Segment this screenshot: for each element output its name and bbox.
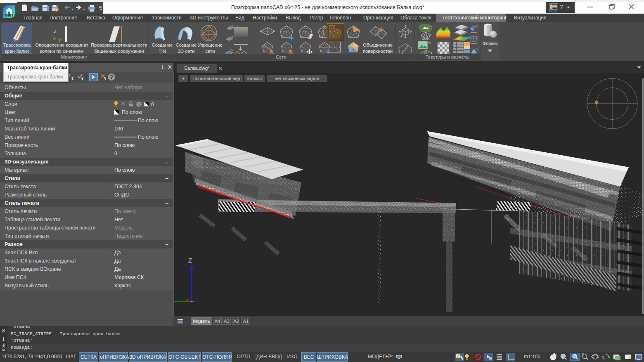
svg-text:?: ? — [110, 74, 113, 80]
svg-text:y: y — [58, 35, 62, 43]
svg-text:z: z — [54, 27, 57, 34]
svg-text:Z: Z — [188, 257, 192, 264]
svg-text:V: V — [476, 35, 478, 39]
svg-text:S: S — [476, 47, 478, 51]
svg-text:V: V — [476, 24, 478, 28]
svg-text:x: x — [53, 34, 56, 41]
svg-text:0: 0 — [151, 102, 154, 107]
